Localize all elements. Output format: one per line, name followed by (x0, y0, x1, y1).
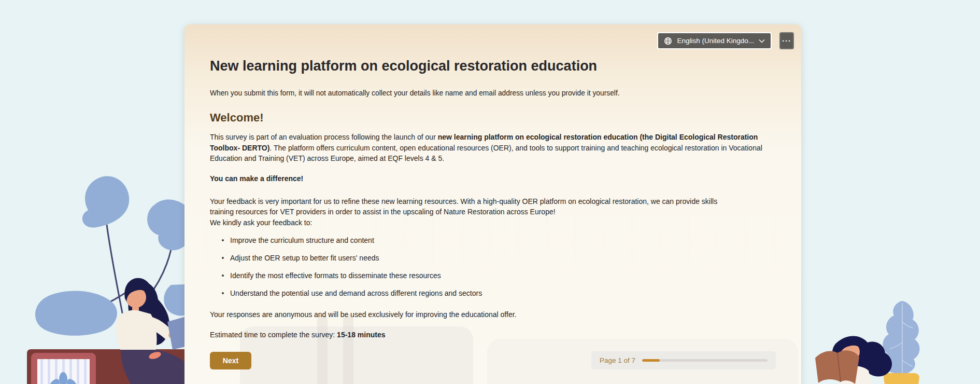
progress-fill (642, 359, 660, 362)
bullet-dot (222, 239, 224, 241)
list-item: Understand the potential use and demand … (222, 288, 776, 298)
bullet-dot (222, 292, 224, 294)
bullet-dot (222, 275, 224, 277)
intro-text-pre: This survey is part of an evaluation pro… (210, 133, 438, 141)
estimated-time: Estimated time to complete the survey: 1… (210, 330, 776, 340)
page-count-label: Page 1 of 7 (600, 356, 635, 364)
anonymous-note: Your responses are anonymous and will be… (210, 309, 776, 320)
intro-text-post: . The platform offers curriculum content… (210, 144, 762, 163)
list-item: Adjust the OER setup to better fit users… (222, 253, 776, 263)
feedback-goals-list: Improve the curriculum structure and con… (210, 235, 776, 298)
form-title: New learning platform on ecological rest… (210, 57, 776, 75)
couch (27, 349, 197, 384)
reading-woman (815, 336, 892, 384)
list-item: Improve the curriculum structure and con… (222, 235, 776, 245)
estimated-time-text: Estimated time to complete the survey: (210, 331, 337, 339)
progress-indicator: Page 1 of 7 (591, 351, 776, 369)
estimated-time-value: 15-18 minutes (337, 331, 385, 339)
right-illustration-woman-reading (806, 291, 980, 384)
list-item-text: Identify the most effective formats to d… (230, 270, 441, 281)
language-selector-button[interactable]: English (United Kingdo... (657, 32, 772, 49)
blue-leaves (35, 176, 197, 336)
difference-heading: You can make a difference! (210, 173, 776, 184)
seated-woman (116, 278, 193, 384)
plant-pot (884, 373, 919, 384)
picture-frame (31, 353, 96, 384)
feedback-paragraph: Your feedback is very important for us t… (210, 196, 776, 228)
plant-stems (52, 225, 171, 365)
feedback-line: We kindly ask your feedback to: (210, 217, 776, 228)
left-illustration-woman-with-tablet (0, 173, 197, 384)
feedback-line: Your feedback is very important for us t… (210, 196, 776, 207)
form-card: English (United Kingdo... ··· New learni… (184, 24, 801, 384)
list-item-text: Understand the potential use and demand … (230, 288, 482, 298)
intro-paragraph: This survey is part of an evaluation pro… (210, 132, 769, 164)
bullet-dot (222, 257, 224, 259)
list-item: Identify the most effective formats to d… (222, 270, 776, 281)
progress-track (642, 359, 768, 362)
chevron-down-icon (759, 39, 765, 43)
ellipsis-icon: ··· (782, 36, 791, 45)
list-item-text: Adjust the OER setup to better fit users… (230, 253, 379, 263)
more-options-button[interactable]: ··· (779, 32, 794, 49)
next-button[interactable]: Next (210, 352, 251, 369)
language-selector-label: English (United Kingdo... (677, 37, 754, 45)
welcome-heading: Welcome! (210, 110, 776, 126)
privacy-disclaimer: When you submit this form, it will not a… (210, 89, 776, 98)
globe-icon (664, 37, 672, 45)
feedback-line: training resources for VET providers in … (210, 207, 776, 217)
list-item-text: Improve the curriculum structure and con… (230, 235, 374, 245)
topiary-tree (883, 301, 919, 384)
form-footer: Next Page 1 of 7 (210, 351, 776, 369)
